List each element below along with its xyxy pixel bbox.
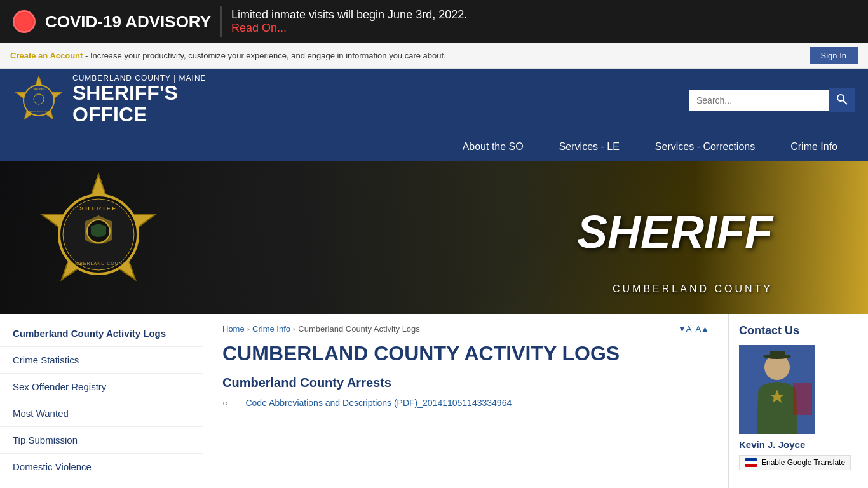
hero-badge-icon: · SHERIFF · CUMBERLAND COUNTY <box>35 171 162 298</box>
account-bar-text: Create an Account - Increase your produc… <box>10 51 446 60</box>
search-area <box>689 88 855 112</box>
covid-banner: COVID-19 ADVISORY Limited inmate visits … <box>0 0 868 43</box>
account-bar: Create an Account - Increase your produc… <box>0 43 868 69</box>
translate-flag-icon <box>745 458 757 467</box>
google-translate-button[interactable]: Enable Google Translate <box>739 455 851 470</box>
svg-text:CUMBERLAND COUNTY: CUMBERLAND COUNTY <box>26 111 52 113</box>
site-header: · SHERIFF · CUMBERLAND COUNTY CUMBERLAND… <box>0 69 868 132</box>
font-decrease-button[interactable]: ▼A <box>678 324 692 334</box>
sidebar-item-activity-logs[interactable]: Cumberland County Activity Logs <box>0 320 203 347</box>
sidebar-item-domestic-violence[interactable]: Domestic Violence <box>0 454 203 480</box>
code-abbreviations-link[interactable]: Code Abbreviations and Descriptions (PDF… <box>245 398 512 408</box>
nav-item-services-corrections[interactable]: Services - Corrections <box>637 132 773 161</box>
search-input[interactable] <box>689 90 829 111</box>
svg-text:CUMBERLAND COUNTY: CUMBERLAND COUNTY <box>67 261 130 266</box>
breadcrumb-home[interactable]: Home <box>222 324 245 334</box>
sidebar-item-sex-offender[interactable]: Sex Offender Registry <box>0 374 203 400</box>
svg-rect-16 <box>770 351 785 358</box>
sidebar-item-crime-statistics[interactable]: Crime Statistics <box>0 347 203 374</box>
logo-text: CUMBERLAND COUNTY | MAINE SHERIFF'S OFFI… <box>72 74 207 126</box>
svg-text:· SHERIFF ·: · SHERIFF · <box>72 205 125 212</box>
translate-label: Enable Google Translate <box>761 458 845 467</box>
font-increase-button[interactable]: A▲ <box>695 324 709 334</box>
breadcrumb: Home › Crime Info › Cumberland County Ac… <box>222 324 709 334</box>
content-area: Cumberland County Activity Logs Crime St… <box>0 314 868 488</box>
svg-text:· SHERIFF ·: · SHERIFF · <box>32 88 46 91</box>
main-nav: About the SO Services - LE Services - Co… <box>0 132 868 161</box>
office-line1: SHERIFF'S <box>72 83 207 103</box>
breadcrumb-links: Home › Crime Info › Cumberland County Ac… <box>222 324 420 334</box>
sheriff-badge-icon: · SHERIFF · CUMBERLAND COUNTY <box>13 74 65 126</box>
hero-sheriff-text: SHERIFF <box>577 206 773 258</box>
covid-message: Limited inmate visits will begin June 3r… <box>231 8 467 22</box>
create-account-link[interactable]: Create an Account <box>10 51 83 60</box>
nav-item-services-le[interactable]: Services - LE <box>541 132 637 161</box>
contact-title: Contact Us <box>739 324 858 337</box>
list-bullet: ○ <box>222 398 227 408</box>
sidebar-item-most-wanted[interactable]: Most Wanted <box>0 400 203 427</box>
list-item: ○ Code Abbreviations and Descriptions (P… <box>222 398 709 408</box>
svg-line-6 <box>843 100 847 104</box>
covid-title: COVID-19 ADVISORY <box>45 12 211 32</box>
main-content: Home › Crime Info › Cumberland County Ac… <box>203 314 728 488</box>
breadcrumb-sep-1: › <box>247 324 250 334</box>
logo-area: · SHERIFF · CUMBERLAND COUNTY CUMBERLAND… <box>13 74 207 126</box>
search-icon <box>836 93 848 105</box>
svg-rect-18 <box>793 383 812 415</box>
covid-icon <box>13 10 36 33</box>
section-title: Cumberland County Arrests <box>222 376 709 390</box>
page-title: CUMBERLAND COUNTY ACTIVITY LOGS <box>222 341 709 365</box>
breadcrumb-current: Cumberland County Activity Logs <box>298 324 419 334</box>
hero-county-text: CUMBERLAND COUNTY <box>613 283 773 295</box>
contact-photo <box>739 345 815 434</box>
sidebar-item-tip-submission[interactable]: Tip Submission <box>0 427 203 454</box>
search-button[interactable] <box>829 88 855 112</box>
office-line2: OFFICE <box>72 103 207 126</box>
hero-banner: · SHERIFF · CUMBERLAND COUNTY SHERIFF CU… <box>0 161 868 314</box>
nav-item-crime-info[interactable]: Crime Info <box>773 132 855 161</box>
covid-message-area: Limited inmate visits will begin June 3r… <box>231 8 467 35</box>
svg-point-4 <box>34 94 44 104</box>
svg-point-5 <box>837 95 844 101</box>
right-panel: Contact Us Kevin J. Joyce Enabl <box>728 314 868 488</box>
contact-photo-image <box>739 345 815 434</box>
sidebar: Cumberland County Activity Logs Crime St… <box>0 314 203 488</box>
breadcrumb-crime-info[interactable]: Crime Info <box>252 324 290 334</box>
nav-item-about[interactable]: About the SO <box>445 132 541 161</box>
breadcrumb-sep-2: › <box>293 324 295 334</box>
contact-name: Kevin J. Joyce <box>739 439 858 450</box>
account-bar-description: - Increase your productivity, customize … <box>85 51 446 60</box>
covid-read-on-link[interactable]: Read On... <box>231 22 467 35</box>
sign-in-button[interactable]: Sign In <box>810 47 858 64</box>
font-controls: ▼A A▲ <box>678 324 709 334</box>
covid-divider <box>220 6 222 37</box>
